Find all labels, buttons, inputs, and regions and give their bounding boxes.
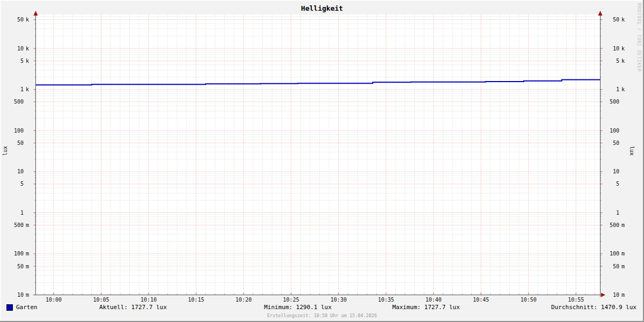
x-tick-label: 10:55 xyxy=(562,297,589,303)
y-tick-label: 5k xyxy=(604,57,628,64)
y-tick-label: 500m xyxy=(604,222,628,229)
plot-area xyxy=(0,0,644,322)
y-tick-label: 10k xyxy=(604,45,628,52)
y-tick-label: 1k xyxy=(604,86,628,93)
stat-aktuell: Aktuell: 1727.7 lux xyxy=(99,304,167,311)
y-tick-label: 5 xyxy=(9,180,32,187)
x-tick-label: 10:10 xyxy=(135,297,162,303)
y-axis-unit-right: lux xyxy=(629,146,635,156)
y-tick-label: 100m xyxy=(9,250,32,257)
x-tick-label: 10:00 xyxy=(40,297,67,303)
y-tick-label: 10 xyxy=(604,168,628,175)
y-tick-label: 10k xyxy=(9,45,32,52)
stat-durchschnitt: Durchschnitt: 1470.9 lux xyxy=(551,304,636,311)
y-axis-unit-left: lux xyxy=(2,146,8,156)
bevel-border-left xyxy=(0,0,1,322)
y-tick-label: 500m xyxy=(9,222,32,229)
series-label: Garten xyxy=(16,304,38,311)
y-tick-label: 5k xyxy=(9,57,32,64)
creation-time: Erstellungszeit: 10:58 Uhr am 15.04.2026 xyxy=(0,313,644,318)
y-tick-label: 500 xyxy=(9,98,32,105)
stat-maximum: Maximum: 1727.7 lux xyxy=(392,304,460,311)
y-tick-label: 100 xyxy=(9,127,32,134)
y-tick-label: 50 xyxy=(604,140,628,147)
y-tick-label: 1 xyxy=(9,209,32,216)
y-tick-label: 50k xyxy=(604,16,628,23)
y-tick-label: 100 xyxy=(604,127,628,134)
y-tick-label: 50k xyxy=(9,16,32,23)
y-tick-label: 100m xyxy=(604,250,628,257)
x-tick-label: 10:15 xyxy=(182,297,209,303)
stat-minimum: Minimum: 1290.1 lux xyxy=(264,304,332,311)
y-tick-label: 10m xyxy=(9,291,32,298)
x-tick-label: 10:35 xyxy=(372,297,399,303)
y-tick-label: 10m xyxy=(604,291,628,298)
x-tick-label: 10:25 xyxy=(277,297,304,303)
y-tick-label: 500 xyxy=(604,98,628,105)
series-color-swatch xyxy=(6,304,13,311)
legend-row: Garten Aktuell: 1727.7 lux Minimum: 1290… xyxy=(0,304,644,312)
x-tick-label: 10:30 xyxy=(325,297,352,303)
x-tick-label: 10:40 xyxy=(420,297,447,303)
x-tick-label: 10:20 xyxy=(230,297,257,303)
x-tick-label: 10:45 xyxy=(467,297,494,303)
rrdtool-graph: Helligkeit RRDTOOL / TOBI OETIKER 50k10k… xyxy=(0,0,644,322)
y-tick-label: 50 xyxy=(9,140,32,147)
y-tick-label: 1 xyxy=(604,209,628,216)
y-tick-label: 10 xyxy=(9,168,32,175)
bevel-border-top xyxy=(0,0,644,1)
x-tick-label: 10:05 xyxy=(88,297,115,303)
y-tick-label: 5 xyxy=(604,180,628,187)
y-tick-label: 50m xyxy=(9,263,32,270)
y-tick-label: 1k xyxy=(9,86,32,93)
y-tick-label: 50m xyxy=(604,263,628,270)
x-tick-label: 10:50 xyxy=(515,297,542,303)
